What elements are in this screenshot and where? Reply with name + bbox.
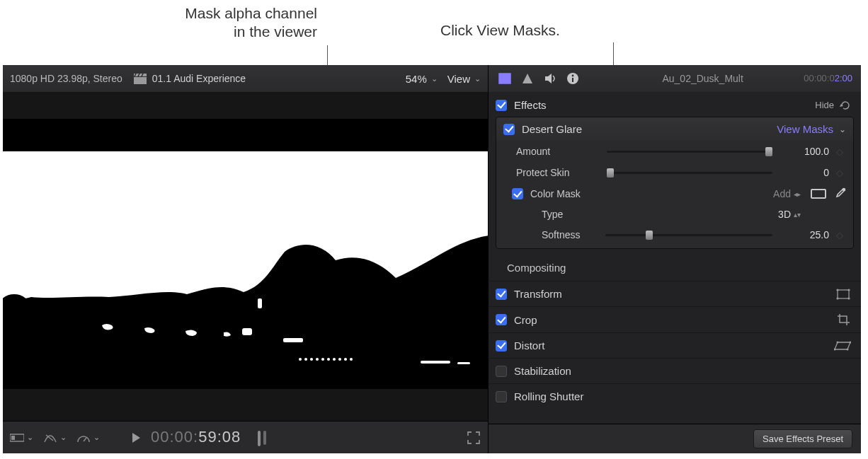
crop-checkbox[interactable] — [496, 314, 507, 325]
softness-value[interactable]: 25.0 — [780, 229, 829, 240]
row-crop[interactable]: Crop — [489, 306, 861, 332]
zoom-popup[interactable]: 54% ⌄ — [406, 73, 438, 85]
svg-rect-40 — [572, 78, 573, 82]
row-transform[interactable]: Transform — [489, 281, 861, 306]
svg-point-13 — [316, 358, 319, 361]
app-window: 1080p HD 23.98p, Stereo 01.1 Audi Experi… — [3, 65, 861, 453]
inspector-clip-name: Au_02_Dusk_Mult — [609, 73, 796, 84]
svg-point-42 — [843, 188, 846, 192]
effects-header: Effects Hide — [489, 93, 861, 117]
svg-point-19 — [350, 358, 353, 361]
view-masks-popup[interactable]: View Masks ⌄ — [777, 123, 846, 135]
view-masks-label: View Masks — [777, 123, 833, 135]
mask-rect-icon[interactable] — [811, 189, 826, 199]
callout-text: Mask alpha channel — [185, 5, 317, 21]
svg-marker-37 — [545, 74, 552, 83]
info-inspector-tab[interactable] — [565, 71, 581, 86]
rolling-shutter-label: Rolling Shutter — [514, 390, 583, 402]
param-softness: Softness 25.0 ◇ — [496, 224, 853, 248]
stabilization-label: Stabilization — [514, 365, 571, 377]
inspector-header: Au_02_Dusk_Mult 00:00:02:00 — [489, 65, 861, 92]
distort-label: Distort — [514, 339, 544, 351]
crop-icon — [837, 313, 851, 326]
row-rolling-shutter[interactable]: Rolling Shutter — [489, 383, 861, 409]
sort-icon: ◂▸ — [794, 190, 801, 198]
effect-header[interactable]: Desert Glare View Masks ⌄ — [496, 117, 853, 141]
amount-value[interactable]: 100.0 — [780, 146, 829, 157]
protect-skin-value[interactable]: 0 — [780, 167, 829, 178]
amount-slider[interactable] — [607, 145, 772, 158]
param-protect-skin: Protect Skin 0 ◇ — [496, 162, 853, 183]
softness-slider[interactable] — [605, 228, 772, 241]
svg-rect-7 — [242, 328, 252, 335]
svg-rect-23 — [11, 436, 15, 440]
type-value: 3D — [778, 209, 791, 220]
param-color-mask: Color Mask Add ◂▸ — [496, 183, 853, 204]
svg-point-10 — [299, 358, 302, 361]
skimming-popup[interactable]: ⌄ — [43, 432, 67, 443]
svg-point-15 — [327, 358, 330, 361]
svg-rect-43 — [838, 290, 849, 298]
chevron-down-icon: ⌄ — [27, 433, 33, 442]
param-type: Type 3D ▴▾ — [496, 204, 853, 224]
svg-point-39 — [572, 75, 574, 77]
rolling-shutter-checkbox[interactable] — [496, 391, 507, 402]
effects-checkbox[interactable] — [496, 100, 507, 111]
format-label: 1080p HD 23.98p, Stereo — [10, 73, 122, 84]
inspector-footer: Save Effects Preset — [489, 424, 861, 453]
stepper-icon: ▴▾ — [794, 211, 801, 219]
svg-marker-26 — [132, 433, 140, 443]
color-mask-checkbox[interactable] — [512, 188, 523, 199]
play-button[interactable] — [131, 432, 141, 443]
stabilization-checkbox[interactable] — [496, 366, 507, 377]
viewer-panel: 1080p HD 23.98p, Stereo 01.1 Audi Experi… — [3, 65, 489, 453]
hide-button[interactable]: Hide — [815, 100, 834, 110]
crop-label: Crop — [514, 314, 537, 326]
type-label: Type — [542, 209, 625, 220]
transform-icon — [835, 289, 851, 300]
svg-point-46 — [836, 297, 838, 299]
protect-skin-slider[interactable] — [607, 166, 772, 179]
effects-label: Effects — [514, 99, 547, 111]
svg-marker-36 — [522, 74, 532, 83]
type-popup[interactable]: 3D ▴▾ — [778, 209, 801, 220]
eyedropper-icon[interactable] — [833, 187, 846, 200]
timecode-small: 00:00: — [151, 428, 198, 446]
distort-checkbox[interactable] — [496, 340, 507, 351]
keyframe-icon[interactable]: ◇ — [833, 146, 846, 157]
fullscreen-button[interactable] — [467, 431, 481, 445]
keyframe-icon[interactable]: ◇ — [833, 168, 846, 178]
audio-inspector-tab[interactable] — [542, 71, 558, 86]
view-popup[interactable]: View ⌄ — [447, 73, 481, 85]
color-inspector-tab[interactable] — [520, 71, 535, 86]
effect-name: Desert Glare — [522, 123, 582, 135]
view-label: View — [447, 73, 470, 85]
viewer-header: 1080p HD 23.98p, Stereo 01.1 Audi Experi… — [3, 65, 488, 92]
reset-icon[interactable] — [840, 100, 851, 111]
svg-rect-21 — [457, 362, 470, 364]
add-mask-popup[interactable]: Add ◂▸ — [773, 188, 801, 199]
svg-line-25 — [84, 438, 86, 441]
clip-title: 01.1 Audi Experience — [152, 73, 246, 84]
clip-appearance-popup[interactable]: ⌄ — [10, 433, 33, 443]
compositing-header: Compositing — [489, 255, 861, 281]
speed-popup[interactable]: ⌄ — [76, 432, 100, 443]
amount-label: Amount — [516, 146, 600, 157]
timecode-big: 59:08 — [198, 428, 241, 446]
save-effects-preset-button[interactable]: Save Effects Preset — [753, 429, 852, 448]
inspector-body: Effects Hide Desert Glare View Masks ⌄ A… — [489, 92, 861, 424]
viewer-stage[interactable] — [3, 92, 488, 421]
svg-point-45 — [847, 289, 850, 291]
effect-checkbox[interactable] — [503, 124, 515, 135]
callout-text: in the viewer — [234, 23, 317, 40]
keyframe-icon[interactable]: ◇ — [833, 230, 846, 240]
row-stabilization[interactable]: Stabilization — [489, 358, 861, 383]
svg-point-44 — [836, 289, 838, 291]
transform-checkbox[interactable] — [496, 289, 507, 300]
effect-desert-glare: Desert Glare View Masks ⌄ Amount 100.0 ◇ — [496, 117, 854, 249]
row-distort[interactable]: Distort — [489, 332, 861, 358]
svg-point-52 — [834, 348, 836, 350]
video-inspector-tab[interactable] — [497, 71, 513, 86]
timecode-display[interactable]: 00:00:59:08 — [151, 428, 241, 447]
zoom-value: 54% — [406, 73, 427, 85]
